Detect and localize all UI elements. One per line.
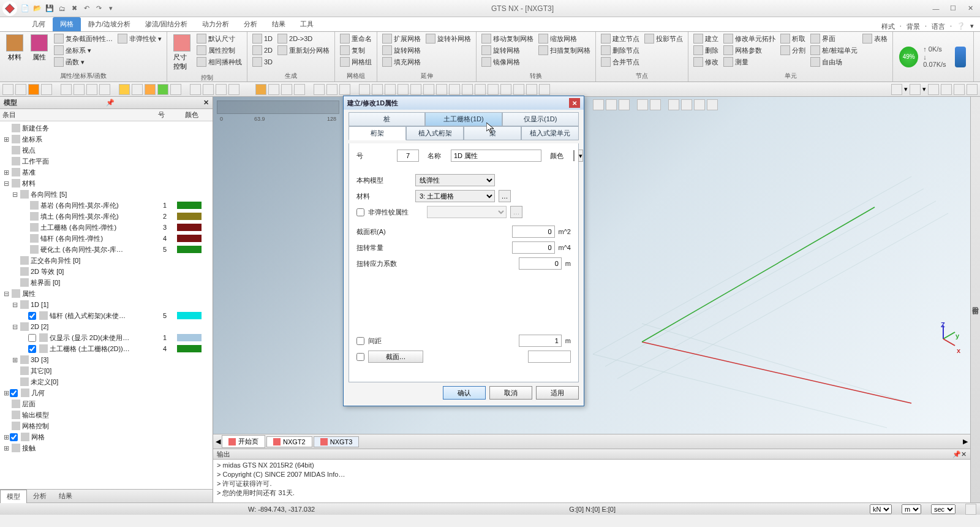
tree-item[interactable]: ⊟1D [1] xyxy=(0,299,213,310)
tree-item[interactable]: ⊞网格 xyxy=(0,431,213,442)
delete-node-button[interactable]: 删除节点 xyxy=(600,45,641,56)
pin-icon[interactable]: 📌 xyxy=(106,99,115,107)
section-input[interactable] xyxy=(528,351,571,363)
create-elem-button[interactable]: 建立 xyxy=(692,33,720,44)
tb-btn[interactable] xyxy=(99,84,110,95)
tb-btn[interactable] xyxy=(28,84,39,95)
background-menu[interactable]: 背景 xyxy=(907,22,920,31)
property-button[interactable]: 属性 xyxy=(28,33,50,63)
tb-btn[interactable] xyxy=(132,84,143,95)
gen-2d3d-button[interactable]: 2D->3D xyxy=(276,33,331,44)
id-input[interactable] xyxy=(397,150,419,162)
tree-item[interactable]: ⊟2D [2] xyxy=(0,321,213,332)
minimize-icon[interactable]: — xyxy=(929,3,943,14)
vp-tb[interactable] xyxy=(707,99,718,110)
torsion-stress-input[interactable] xyxy=(519,257,562,270)
tb-btn[interactable] xyxy=(228,84,239,95)
tree-tab-result[interactable]: 结果 xyxy=(53,490,78,502)
tb-btn[interactable] xyxy=(281,84,292,95)
tb-btn[interactable] xyxy=(449,84,460,95)
tb-btn[interactable] xyxy=(910,84,921,95)
ribbon-tab-seepage[interactable]: 渗流/固结分析 xyxy=(138,17,195,31)
pile-elem-button[interactable]: 桩/桩端单元 xyxy=(809,45,859,56)
torsion-input[interactable] xyxy=(512,241,555,254)
help-icon[interactable]: ❔ xyxy=(957,22,965,31)
tab-next-icon[interactable]: ▶ xyxy=(963,438,968,445)
tree-item[interactable]: 锚杆 (植入式桁架)(未使…5 xyxy=(0,310,213,321)
mesh-params-button[interactable]: 网格参数 xyxy=(722,45,777,56)
undo-icon[interactable]: ↶ xyxy=(81,3,92,14)
color-swatch[interactable] xyxy=(573,150,575,161)
tree-item[interactable]: 输出模型 xyxy=(0,409,213,420)
resource-indicator[interactable] xyxy=(955,47,966,67)
right-dock-tab[interactable]: 作图窗口 xyxy=(970,97,980,502)
tb-btn[interactable] xyxy=(15,84,26,95)
tree-item[interactable]: 仅显示 (显示 2D)(未使用…1 xyxy=(0,332,213,343)
language-menu[interactable]: 语言 xyxy=(932,22,945,31)
doc-tab-start[interactable]: 开始页 xyxy=(222,435,265,448)
rename-button[interactable]: 重命名 xyxy=(339,33,373,44)
tb-btn[interactable] xyxy=(61,84,72,95)
material-select[interactable]: 3: 土工栅格 xyxy=(415,190,495,202)
viewport[interactable]: 063.9128 Z y x xyxy=(213,97,970,434)
tb-btn[interactable] xyxy=(372,84,383,95)
ribbon-tab-analysis[interactable]: 分析 xyxy=(236,17,265,31)
tb-btn[interactable] xyxy=(86,84,97,95)
tree-item[interactable]: 锚杆 (各向同性-弹性)4 xyxy=(0,233,213,244)
tree-item[interactable]: 网格控制 xyxy=(0,420,213,431)
tree-item[interactable]: 填土 (各向同性-莫尔-库伦)2 xyxy=(0,211,213,222)
tree-item[interactable]: ⊟材料 xyxy=(0,178,213,189)
tb-btn[interactable] xyxy=(2,84,13,95)
tb-btn[interactable] xyxy=(294,84,305,95)
prop-control-button[interactable]: 属性控制 xyxy=(195,45,243,56)
redo-icon[interactable]: ↷ xyxy=(93,3,104,14)
tree-checkbox[interactable] xyxy=(28,312,36,320)
tb-btn[interactable] xyxy=(119,84,130,95)
tree-item[interactable]: ⊞基准 xyxy=(0,167,213,178)
vp-tb[interactable] xyxy=(619,99,630,110)
vp-tb[interactable] xyxy=(606,99,617,110)
gen-1d-button[interactable]: 1D xyxy=(251,33,274,44)
tb-btn[interactable] xyxy=(475,84,486,95)
vp-tb[interactable] xyxy=(593,99,604,110)
tree-item[interactable]: 土工栅格 (各向同性-弹性)3 xyxy=(0,222,213,233)
interface-button[interactable]: 界面 xyxy=(809,33,859,44)
tree-checkbox[interactable] xyxy=(10,433,18,441)
ribbon-tab-dynamic[interactable]: 动力分析 xyxy=(195,17,236,31)
modify-elem-button[interactable]: 修改 xyxy=(692,56,720,67)
dlg-tab-emb-truss[interactable]: 植入式桁架 xyxy=(406,126,464,140)
ok-button[interactable]: 确认 xyxy=(443,386,486,400)
rotate-mesh2-button[interactable]: 旋转网格 xyxy=(480,45,535,56)
tb-btn[interactable] xyxy=(326,84,337,95)
dlg-tab-geogrid[interactable]: 土工栅格(1D) xyxy=(425,112,502,126)
output-close-icon[interactable]: ✕ xyxy=(961,450,967,458)
material-button[interactable]: 材料 xyxy=(4,33,26,63)
move-copy-button[interactable]: 移动复制网格 xyxy=(480,33,535,44)
vp-tb[interactable] xyxy=(681,99,692,110)
dialog-title-bar[interactable]: 建立/修改1D属性 ✕ xyxy=(344,96,584,110)
tb-btn[interactable] xyxy=(488,84,499,95)
unit-force[interactable]: kN xyxy=(870,504,892,514)
material-edit-icon[interactable]: … xyxy=(499,190,511,202)
free-field-button[interactable]: 自由场 xyxy=(809,56,859,67)
measure-button[interactable]: 测量 xyxy=(722,56,777,67)
project-node-button[interactable]: 投影节点 xyxy=(643,33,684,44)
complex-section-button[interactable]: 复杂截面特性… xyxy=(53,33,114,44)
tb-btn[interactable] xyxy=(539,84,550,95)
merge-node-button[interactable]: 合并节点 xyxy=(600,56,641,67)
tb-btn[interactable] xyxy=(526,84,537,95)
table-button[interactable]: 表格 xyxy=(861,33,889,44)
remesh-button[interactable]: 重新划分网格 xyxy=(276,45,331,56)
cancel-button[interactable]: 取消 xyxy=(489,386,532,400)
tree-item[interactable]: 桩界面 [0] xyxy=(0,277,213,288)
vp-tb[interactable] xyxy=(637,99,648,110)
modify-topo-button[interactable]: 修改单元拓扑 xyxy=(722,33,777,44)
dlg-tab-display[interactable]: 仅显示(1D) xyxy=(502,112,579,126)
status-tb[interactable] xyxy=(965,504,976,515)
tree-item[interactable]: 硬化土 (各向同性-莫尔-库…5 xyxy=(0,244,213,255)
ribbon-tab-geometry[interactable]: 几何 xyxy=(24,17,53,31)
doc-tab-2[interactable]: NXGT2 xyxy=(266,436,312,447)
tb-btn[interactable] xyxy=(398,84,409,95)
apply-button[interactable]: 适用 xyxy=(536,386,579,400)
vp-tb[interactable] xyxy=(668,99,679,110)
